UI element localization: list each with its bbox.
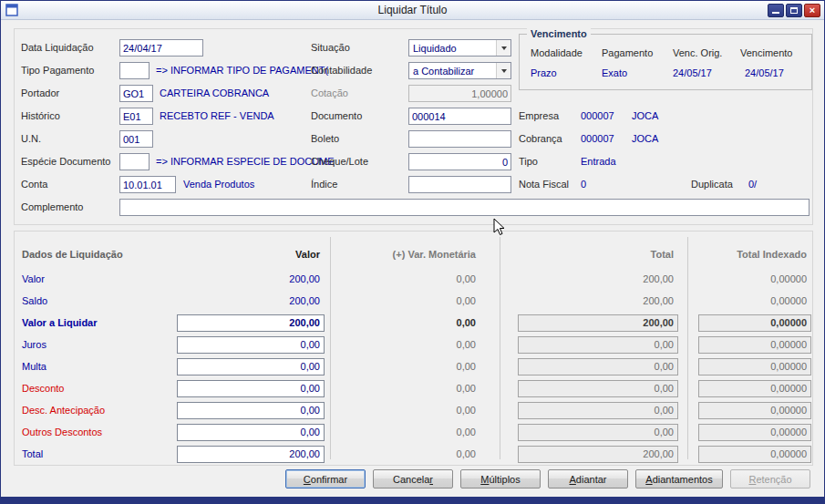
modalidade-header: Modalidade (531, 47, 583, 58)
total-cell: 200,00 (643, 295, 678, 306)
conta-input[interactable] (119, 176, 176, 193)
conta-label: Conta (21, 179, 47, 190)
situacao-value: Liquidado (413, 43, 457, 54)
var-cell: 0,00 (339, 405, 476, 416)
tipo-pagamento-input[interactable] (119, 62, 150, 79)
total-readonly-box: 0,00 (518, 358, 678, 375)
boleto-input[interactable] (408, 130, 511, 148)
close-button[interactable]: × (804, 4, 820, 17)
indexado-readonly-box: 0,00000 (698, 336, 811, 354)
row-label: Outros Descontos (22, 427, 177, 437)
var-cell: 0,00 (339, 339, 476, 350)
indice-input[interactable] (408, 176, 511, 193)
vencimento-groupbox: Vencimento Modalidade Pagamento Venc. Or… (519, 34, 812, 90)
row-label: Desc. Antecipação (22, 405, 177, 416)
minimize-icon (772, 12, 779, 14)
nota-fiscal-value: 0 (581, 179, 586, 190)
tipo-pagamento-hint: => INFORMAR TIPO DE PAGAMENT( (156, 65, 328, 76)
data-liquidacao-input[interactable] (119, 39, 203, 57)
indexado-readonly-box: 0,00000 (698, 380, 811, 397)
row-juros: Juros 0,00 0,00 0,00000 (15, 334, 812, 355)
portador-label: Portador (21, 87, 59, 98)
multiplos-button[interactable]: Múltiplos (460, 469, 541, 489)
indexado-readonly-box: 0,00000 (698, 402, 811, 419)
situacao-label: Situação (311, 42, 350, 53)
portador-input[interactable] (119, 85, 153, 102)
total-readonly-box: 0,00 (518, 380, 678, 397)
nota-fiscal-label: Nota Fiscal (519, 179, 569, 190)
valor-cell: 200,00 (289, 295, 325, 306)
row-label: Total (22, 448, 177, 459)
cheque-lote-label: Cheque/Lote (311, 156, 368, 167)
row-label: Valor a Liquidar (22, 317, 177, 328)
row-desc-antecipacao: Desc. Antecipação 0,00 0,00 0,00000 (15, 399, 812, 421)
complemento-input[interactable] (119, 199, 810, 216)
chevron-down-icon (496, 40, 510, 56)
row-label: Desconto (22, 383, 177, 394)
tipo-value: Entrada (581, 156, 616, 167)
juros-input[interactable] (177, 336, 325, 354)
total-readonly-box: 0,00 (518, 336, 678, 354)
data-liquidacao-label: Data Liquidação (21, 42, 94, 53)
especie-documento-input[interactable] (119, 153, 150, 170)
cotacao-label: Cotação (311, 87, 348, 98)
total-cell: 200,00 (643, 273, 678, 284)
total-readonly-box: 200,00 (518, 314, 678, 332)
var-cell: 0,00 (339, 295, 476, 306)
situacao-select[interactable]: Liquidado (408, 39, 511, 57)
total-readonly-box: 0,00 (518, 402, 678, 419)
desconto-input[interactable] (177, 380, 325, 397)
row-label: Juros (22, 339, 177, 350)
confirmar-button[interactable]: Confirmar (285, 469, 366, 489)
empresa-code: 000007 (581, 110, 614, 121)
cancelar-button[interactable]: Cancelar (373, 469, 453, 489)
adiantar-button[interactable]: Adiantar (548, 469, 628, 489)
especie-documento-label: Espécie Documento (21, 156, 110, 167)
row-valor-a-liquidar: Valor a Liquidar 0,00 200,00 0,00000 (15, 312, 812, 334)
valor-column-header: Valor (295, 249, 325, 260)
row-label: Valor (22, 273, 177, 284)
documento-input[interactable] (408, 108, 511, 125)
window-icon (5, 4, 18, 16)
cobranca-label: Cobrança (519, 133, 562, 144)
cheque-lote-input[interactable] (408, 153, 511, 170)
close-icon: × (810, 5, 815, 15)
un-input[interactable] (119, 130, 153, 148)
tipo-pagamento-label: Tipo Pagamento (21, 65, 94, 76)
total-input[interactable] (177, 446, 325, 463)
var-monetaria-column-header: (+) Var. Monetária (339, 249, 476, 260)
var-cell: 0,00 (339, 273, 476, 284)
multa-input[interactable] (177, 358, 325, 375)
outros-descontos-input[interactable] (177, 424, 325, 441)
desc-antecipacao-input[interactable] (177, 402, 325, 419)
historico-input[interactable] (119, 108, 153, 125)
window-controls: × (768, 4, 820, 17)
indice-label: Índice (311, 179, 337, 190)
contabilidade-value: a Contabilizar (413, 66, 474, 77)
section-title: Dados de Liquidação (22, 249, 177, 260)
liquidacao-panel: Dados de Liquidação Valor (+) Var. Monet… (14, 231, 813, 466)
especie-documento-hint: => INFORMAR ESPECIE DE DOCUME (156, 156, 335, 167)
row-outros-descontos: Outros Descontos 0,00 0,00 0,00000 (15, 421, 812, 443)
valor-a-liquidar-input[interactable] (177, 314, 325, 332)
total-indexado-column-header: Total Indexado (737, 249, 811, 260)
vencimento-value: 24/05/17 (745, 67, 784, 78)
titlebar[interactable]: Liquidar Título × (1, 1, 824, 20)
contabilidade-select[interactable]: a Contabilizar (408, 62, 511, 79)
row-valor: Valor 200,00 0,00 200,00 0,00000 (15, 268, 812, 290)
indexado-cell: 0,00000 (770, 295, 811, 306)
minimize-button[interactable] (768, 4, 784, 17)
indexado-readonly-box: 0,00000 (698, 446, 811, 463)
complemento-label: Complemento (21, 201, 83, 212)
adiantamentos-button[interactable]: Adiantamentos (635, 469, 723, 489)
row-label: Multa (22, 361, 177, 372)
empresa-name: JOCA (632, 110, 658, 121)
row-total: Total 0,00 200,00 0,00000 (15, 443, 812, 465)
cobranca-name: JOCA (632, 133, 658, 144)
duplicata-value: 0/ (748, 179, 757, 190)
maximize-button[interactable] (786, 4, 802, 17)
indexado-cell: 0,00000 (770, 273, 811, 284)
var-cell: 0,00 (339, 448, 476, 459)
var-cell: 0,00 (339, 427, 476, 437)
boleto-label: Boleto (311, 133, 339, 144)
